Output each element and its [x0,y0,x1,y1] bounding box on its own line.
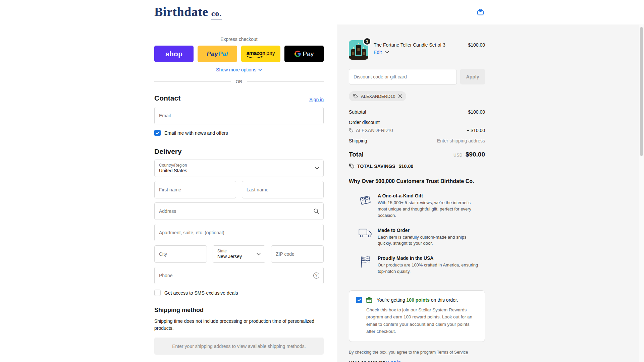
store-logo[interactable]: Birthdate co. [154,4,222,19]
subtotal-label: Subtotal [349,109,366,115]
discount-code-text: ALEXANDERD10 [356,128,393,133]
remove-discount-button[interactable] [398,94,402,98]
feature-description: With 15,000+ 5-star reviews, we're the i… [378,200,478,219]
sign-in-link[interactable]: Sign in [309,97,324,102]
order-summary-panel: 1 The Fortune Teller Candle Set of 3 Edi… [337,24,644,362]
discount-code-row: ALEXANDERD10 [349,128,393,133]
tag-icon [349,163,355,169]
product-title: The Fortune Teller Candle Set of 3 [374,42,465,48]
edit-label: Edit [374,50,382,55]
show-more-options-link[interactable]: Show more options [154,67,324,72]
checkout-form-column: Express checkout shop PayPal amazonpay [0,24,337,362]
feature-title: Made to Order [378,228,478,233]
terms-note: By checking the box, you agree to the pr… [349,350,485,355]
chevron-down-icon [258,69,262,71]
logo-text: Birthdate [154,4,208,19]
chevron-down-icon [315,167,319,170]
trust-feature: Proudly Made in the USA Our products are… [349,255,485,275]
google-pay-button[interactable]: Pay [284,46,324,62]
order-discount-label: Order discount [349,120,380,125]
login-link[interactable]: Log in [388,360,401,362]
sms-deals-checkbox[interactable] [154,290,161,296]
order-item: 1 The Fortune Teller Candle Set of 3 Edi… [349,40,485,60]
total-value: $90.00 [466,151,485,158]
feature-description: Each item is carefully custom-made and s… [378,234,478,247]
delivery-heading: Delivery [154,147,182,156]
apartment-input[interactable] [154,224,324,241]
feature-description: Our products are 100% crafted in America… [378,262,478,275]
first-name-input[interactable] [154,181,236,198]
product-price: $100.00 [468,40,485,48]
city-input[interactable] [154,245,207,263]
total-savings-row: TOTAL SAVINGS $10.00 [349,163,485,169]
bag-icon [476,7,485,16]
close-icon [398,94,402,98]
scrollbar-track[interactable] [639,0,644,362]
total-label: Total [349,151,364,158]
scrollbar-thumb[interactable] [640,27,643,156]
chevron-down-icon [385,51,389,54]
google-g-icon [294,51,301,57]
shop-pay-button[interactable]: shop [154,46,194,62]
discount-amount: − $10.00 [467,128,485,133]
feature-title: Proudly Made in the USA [378,255,478,261]
terms-of-service-link[interactable]: Terms of Service [437,350,468,355]
paypal-logo: PayPal [207,50,228,58]
tag-icon [353,94,358,99]
subtotal-value: $100.00 [468,109,485,115]
trust-heading: Why Over 500,000 Customers Trust Birthda… [349,178,485,184]
trust-feature: A One-of-a-Kind Gift With 15,000+ 5-star… [349,193,485,219]
last-name-input[interactable] [242,181,324,198]
country-select[interactable]: Country/Region United States [154,160,324,177]
sms-deals-row: Get access to SMS-exclusive deals [154,290,324,296]
state-select[interactable]: State New Jersey [213,245,265,263]
contact-heading: Contact [154,94,180,102]
totals-section: Subtotal $100.00 Order discount ALEXANDE… [349,109,485,169]
zip-input[interactable] [271,245,324,263]
news-offers-checkbox[interactable] [154,130,161,136]
rewards-checkbox[interactable] [356,297,362,303]
quantity-badge: 1 [363,37,371,46]
discount-code-input[interactable] [349,69,457,84]
country-select-value: United States [159,168,187,174]
checkmark-icon [156,131,160,135]
savings-label: TOTAL SAVINGS [357,164,395,169]
shipping-value: Enter shipping address [437,138,485,143]
paypal-button[interactable]: PayPal [198,46,237,62]
address-search-icon [313,208,319,214]
phone-input[interactable] [154,267,324,284]
trust-feature: Made to Order Each item is carefully cus… [349,228,485,247]
or-divider: OR [154,79,324,84]
rewards-description: Check this box to join our Stellar Syste… [366,306,477,335]
delivery-truck-icon [358,228,372,247]
edit-item-link[interactable]: Edit [374,50,465,55]
logo-suffix: co. [211,9,222,19]
shipping-method-hint: Enter your shipping address to view avai… [154,338,324,355]
rewards-points: 100 points [407,297,430,303]
address-input[interactable] [154,202,324,220]
account-prompt: Have an account?Log in [349,360,485,362]
amazon-smile-icon [247,56,264,59]
gpay-label: Pay [303,50,314,58]
express-checkout-buttons: shop PayPal amazonpay [154,46,324,62]
cart-button[interactable] [476,7,485,16]
shipping-label: Shipping [349,138,367,143]
rewards-title: You're getting 100 points on this order. [377,297,458,303]
state-select-label: State [217,249,242,254]
phone-help-icon[interactable]: ? [313,273,319,279]
amazon-pay-button[interactable]: amazonpay [241,46,280,62]
gift-icon [366,297,373,304]
usa-flag-icon [358,255,372,275]
news-offers-label: Email me with news and offers [164,130,228,136]
feature-title: A One-of-a-Kind Gift [378,193,478,198]
checkout-header: Birthdate co. [0,0,644,24]
amazon-pay-logo: amazonpay [246,50,275,58]
currency-code: USD [453,153,463,158]
applied-discount-tag: ALEXANDERD10 [349,91,406,101]
tag-icon [349,128,354,133]
chevron-down-icon [257,253,261,255]
apply-discount-button[interactable]: Apply [460,69,485,84]
checkmark-icon [357,298,361,302]
email-input[interactable] [154,107,324,124]
product-thumbnail: 1 [349,40,368,60]
